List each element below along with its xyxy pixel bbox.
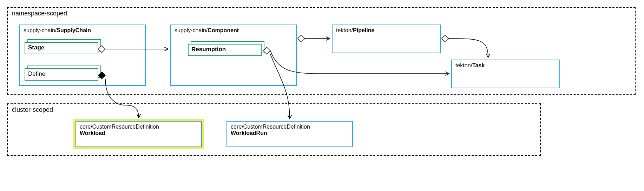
- box-supplychain-prefix: supply-chain/: [24, 27, 57, 33]
- box-task: tekton/Task: [451, 60, 560, 88]
- box-workloadrun: core/CustomResourceDefinition WorkloadRu…: [226, 121, 353, 147]
- box-workloadrun-name: WorkloadRun: [231, 130, 349, 136]
- card-stage: Stage: [25, 42, 98, 54]
- card-resumption: Resumption: [188, 44, 262, 56]
- diagram-canvas: namespace-scoped cluster-scoped supply-c…: [0, 0, 644, 191]
- box-pipeline: tekton/Pipeline: [332, 25, 441, 53]
- box-pipeline-name: Pipeline: [353, 27, 374, 33]
- box-workload-prefix: core/CustomResourceDefinition: [80, 124, 198, 130]
- box-workloadrun-prefix: core/CustomResourceDefinition: [231, 124, 349, 130]
- scope-cluster-label: cluster-scoped: [12, 106, 53, 114]
- box-component-prefix: supply-chain/: [175, 27, 208, 33]
- box-workload: core/CustomResourceDefinition Workload: [75, 121, 202, 147]
- box-supplychain-name: SupplyChain: [57, 27, 91, 33]
- box-component-name: Component: [208, 27, 239, 33]
- box-pipeline-prefix: tekton/: [336, 27, 353, 33]
- scope-namespace-label: namespace-scoped: [12, 10, 67, 17]
- box-task-name: Task: [472, 62, 485, 68]
- box-task-prefix: tekton/: [455, 62, 472, 68]
- box-workload-name: Workload: [80, 130, 198, 136]
- card-define: Define: [25, 68, 98, 81]
